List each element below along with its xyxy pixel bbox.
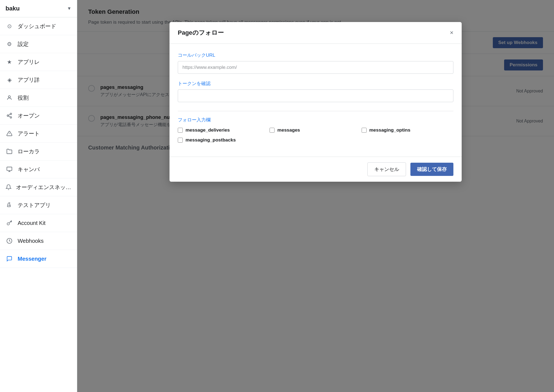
sidebar-item-open-graph[interactable]: オープン: [0, 107, 77, 125]
cancel-button[interactable]: キャンセル: [367, 162, 406, 176]
sidebar-item-label: 役割: [18, 94, 29, 102]
svg-rect-8: [7, 167, 12, 171]
folder-icon: [6, 148, 13, 155]
modal-checkboxes: message_deliveries messages messaging_op…: [178, 127, 453, 143]
sidebar-item-label: テストアプリ: [18, 202, 51, 209]
svg-line-5: [9, 114, 10, 115]
messaging-optins-checkbox[interactable]: [362, 128, 367, 133]
modal-title: Pageのフォロー: [178, 29, 224, 37]
star-icon: ★: [6, 58, 13, 66]
sidebar-item-test-app[interactable]: テストアプリ: [0, 196, 77, 214]
sidebar-item-label: アプリ詳: [18, 76, 40, 84]
sidebar-item-alerts[interactable]: アラート: [0, 125, 77, 143]
sidebar-header: baku ▼: [0, 0, 77, 17]
messenger-icon: [6, 255, 13, 263]
message-deliveries-checkbox[interactable]: [178, 128, 183, 133]
verify-token-input[interactable]: [178, 89, 453, 102]
checkbox-item-messaging-postbacks: messaging_postbacks: [178, 137, 270, 143]
sidebar-item-label: オーディエンスネットワーク: [16, 184, 71, 191]
chevron-down-icon: ▼: [67, 6, 71, 11]
dashboard-icon: ⊙: [6, 22, 13, 30]
flask-icon: [6, 201, 13, 209]
messaging-postbacks-label: messaging_postbacks: [185, 137, 236, 143]
sidebar-item-messenger[interactable]: Messenger: [0, 250, 77, 268]
sidebar-item-account-kit[interactable]: Account Kit: [0, 214, 77, 232]
bell-icon: [6, 183, 12, 191]
sidebar-item-canvas[interactable]: キャンバ: [0, 160, 77, 178]
gear-icon: ⚙: [6, 40, 13, 48]
callback-url-label: コールバックURL: [178, 52, 453, 58]
key-icon: [6, 219, 13, 227]
callback-url-input[interactable]: [178, 61, 453, 74]
sidebar-item-local[interactable]: ローカラ: [0, 143, 77, 160]
subscribe-fields-label: フォロー入力欄: [178, 117, 453, 123]
sidebar-item-roles[interactable]: 役割: [0, 89, 77, 107]
svg-point-2: [7, 115, 9, 116]
sidebar-item-label: オープン: [18, 112, 40, 119]
sidebar-item-label: 設定: [18, 40, 29, 48]
svg-point-1: [10, 113, 12, 115]
confirm-save-button[interactable]: 確認して保存: [410, 163, 453, 176]
messaging-optins-label: messaging_optins: [369, 127, 410, 133]
sidebar-item-audience-network[interactable]: オーディエンスネットワーク: [0, 178, 77, 196]
checkbox-item-messaging-optins: messaging_optins: [362, 127, 453, 133]
clock-icon: [6, 237, 13, 245]
main-content: Token Generation Page token is required …: [77, 0, 554, 392]
sidebar-item-dashboard[interactable]: ⊙ ダッシュボード: [0, 17, 77, 35]
sidebar-item-label: Webhooks: [18, 238, 44, 244]
modal-divider: [178, 111, 453, 111]
verify-token-label: トークンを確認: [178, 80, 453, 87]
network-icon: [6, 112, 13, 119]
modal-body: コールバックURL トークンを確認 フォロー入力欄 message_delive…: [170, 44, 462, 157]
sidebar-item-label: Messenger: [18, 256, 47, 262]
modal-close-button[interactable]: ×: [450, 30, 453, 36]
monitor-icon: [6, 165, 13, 173]
person-icon: [6, 94, 13, 102]
sidebar-item-app-review[interactable]: ★ アプリレ: [0, 53, 77, 71]
app-layout: baku ▼ ⊙ ダッシュボード ⚙ 設定 ★ アプリレ ◈ アプリ詳 役割: [0, 0, 554, 392]
sidebar: baku ▼ ⊙ ダッシュボード ⚙ 設定 ★ アプリレ ◈ アプリ詳 役割: [0, 0, 77, 392]
checkbox-item-message-deliveries: message_deliveries: [178, 127, 270, 133]
svg-point-0: [8, 96, 10, 98]
modal-overlay: Pageのフォロー × コールバックURL トークンを確認 フォロー入力欄: [77, 0, 554, 392]
sidebar-item-app-details[interactable]: ◈ アプリ詳: [0, 71, 77, 89]
sidebar-item-label: アプリレ: [18, 58, 40, 66]
box-icon: ◈: [6, 76, 13, 84]
alert-icon: [6, 130, 13, 137]
sidebar-item-label: Account Kit: [18, 220, 45, 226]
messages-label: messages: [277, 127, 300, 133]
svg-point-3: [10, 117, 12, 118]
sidebar-item-label: アラート: [18, 130, 40, 137]
svg-point-12: [7, 223, 9, 225]
checkbox-item-messages: messages: [270, 127, 361, 133]
sidebar-item-settings[interactable]: ⚙ 設定: [0, 35, 77, 53]
modal-dialog: Pageのフォロー × コールバックURL トークンを確認 フォロー入力欄: [170, 22, 462, 182]
modal-footer: キャンセル 確認して保存: [170, 157, 462, 182]
sidebar-item-webhooks[interactable]: Webhooks: [0, 232, 77, 250]
message-deliveries-label: message_deliveries: [185, 127, 230, 133]
modal-header: Pageのフォロー ×: [170, 22, 462, 44]
sidebar-item-label: キャンバ: [18, 166, 40, 173]
svg-line-4: [9, 116, 10, 117]
messages-checkbox[interactable]: [270, 128, 275, 133]
sidebar-item-label: ダッシュボード: [18, 23, 56, 30]
messaging-postbacks-checkbox[interactable]: [178, 138, 183, 143]
app-name: baku: [6, 5, 20, 12]
sidebar-item-label: ローカラ: [18, 148, 40, 155]
